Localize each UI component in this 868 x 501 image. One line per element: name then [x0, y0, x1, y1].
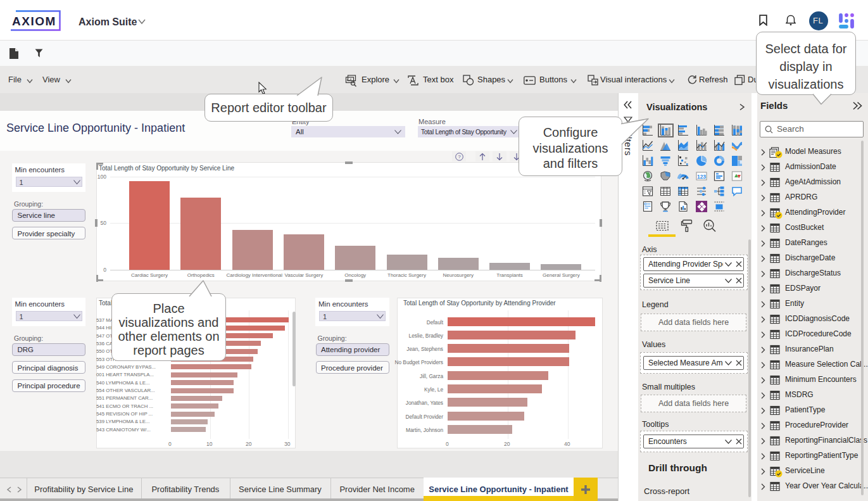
svg-text:123: 123 — [697, 174, 706, 180]
svg-text:?: ? — [458, 154, 461, 160]
